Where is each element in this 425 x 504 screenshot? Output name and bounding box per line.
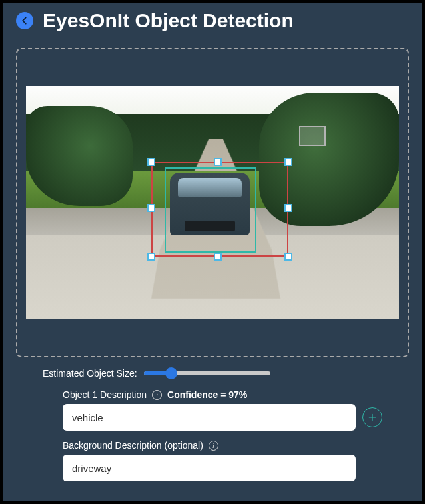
resize-handle[interactable] [147, 204, 155, 212]
resize-handle[interactable] [147, 253, 155, 261]
resize-handle[interactable] [214, 253, 222, 261]
arrow-left-icon [20, 16, 29, 25]
back-button[interactable] [16, 12, 33, 29]
background-label: Background Description (optional) [63, 440, 203, 451]
plus-icon [368, 413, 377, 422]
resize-handle[interactable] [147, 158, 155, 166]
detection-image [26, 86, 399, 319]
resize-handle[interactable] [214, 158, 222, 166]
info-icon[interactable]: i [152, 390, 162, 400]
confidence-value: Confidence = 97% [167, 389, 247, 400]
resize-handle[interactable] [284, 204, 292, 212]
image-dropzone[interactable] [16, 48, 409, 357]
object1-label: Object 1 Description [63, 389, 147, 400]
background-description-input[interactable] [63, 455, 356, 481]
object-size-slider[interactable] [144, 371, 270, 375]
slider-thumb[interactable] [165, 367, 177, 379]
info-icon[interactable]: i [209, 441, 218, 451]
object1-description-input[interactable] [63, 404, 356, 431]
resize-handle[interactable] [284, 158, 292, 166]
page-title: EyesOnIt Object Detection [43, 9, 294, 32]
resize-handle[interactable] [284, 253, 292, 261]
detection-box-inner[interactable] [165, 167, 256, 253]
add-object-button[interactable] [362, 407, 382, 427]
object-size-label: Estimated Object Size: [43, 368, 137, 379]
